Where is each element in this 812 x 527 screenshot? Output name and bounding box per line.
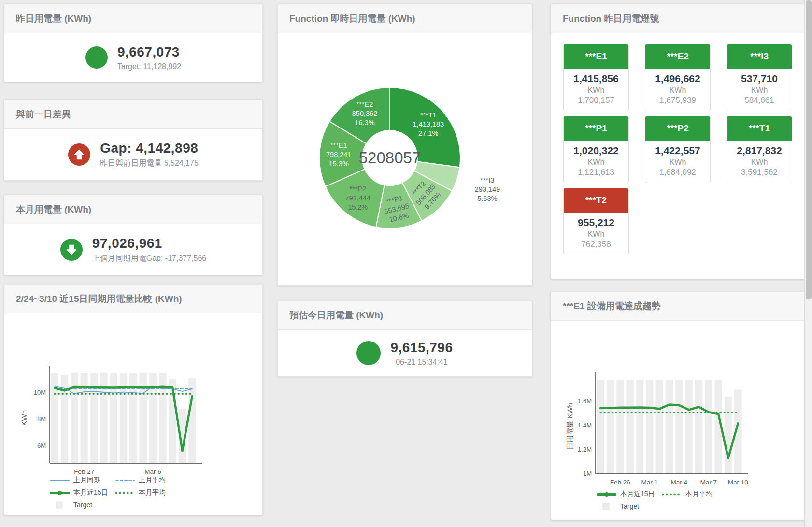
card-yesterday-usage: 昨日用電量 (KWh) 9,667,073 Target: 11,128,992 <box>4 4 263 82</box>
e1-trend-title: ***E1 設備用電達成趨勢 <box>551 292 807 321</box>
tile-target: 762,358 <box>565 240 627 249</box>
tile-target: 1,121,613 <box>565 168 627 177</box>
yesterday-usage-body: 9,667,073 Target: 11,128,992 <box>4 33 262 82</box>
compare-chart-body: 6M8M10MKWhFeb 27Mar 6 上月同期上月平均本月近15日本月平均… <box>4 313 262 515</box>
tile-value: 955,212 <box>565 217 627 228</box>
legend-item-label: 本月近15日 <box>620 490 655 499</box>
card-e1-trend: ***E1 設備用電達成趨勢 1M1.2M1.4M1.6M日用電量 KWhFeb… <box>551 291 808 520</box>
y-tick-label: 10M <box>34 389 46 396</box>
target-bar <box>188 378 196 463</box>
card-month-usage: 本月用電量 (KWh) 97,026,961 上個月同期用電Gap: -17,3… <box>4 195 263 275</box>
x-tick-label: Feb 27 <box>74 468 94 475</box>
e1-trend-body: 1M1.2M1.4M1.6M日用電量 KWhFeb 26Mar 1Mar 4Ma… <box>551 321 807 520</box>
tile-target: 1,700,157 <box>565 96 627 105</box>
legend-item-Target[interactable]: Target <box>50 501 115 509</box>
donut-chart-svg[interactable]: ***T11,413,18327.1%***I3293,1495.63%***T… <box>278 33 532 285</box>
legend-item-上月平均[interactable]: 上月平均 <box>115 476 181 484</box>
svg-text:***E2: ***E2 <box>356 100 373 108</box>
lights-tile-grid: ***E11,415,856KWh1,700,157***E21,496,662… <box>551 33 807 266</box>
target-bar <box>636 380 643 474</box>
target-bar <box>616 380 624 474</box>
legend-item-本月平均[interactable]: 本月平均 <box>115 488 181 497</box>
legend-item-本月平均[interactable]: 本月平均 <box>662 490 727 499</box>
vertical-scrollbar[interactable] <box>804 0 812 527</box>
legend-marker-dashed-icon <box>115 477 135 484</box>
day-gap-body: Gap: 4,142,898 昨日與前日用電量 5,524,175 <box>4 129 262 180</box>
status-tile-P1: ***P11,020,322KWh1,121,613 <box>563 116 629 183</box>
tile-value: 1,020,322 <box>565 145 627 157</box>
tile-unit: KWh <box>565 86 627 95</box>
scrollbar-thumb[interactable] <box>806 0 812 299</box>
svg-text:***T1: ***T1 <box>420 111 437 119</box>
legend-item-label: 本月平均 <box>139 488 166 497</box>
month-usage-value: 97,026,961 <box>92 236 207 251</box>
yesterday-usage-target: Target: 11,128,992 <box>117 62 181 71</box>
tile-value: 537,710 <box>728 73 791 85</box>
target-bar <box>607 380 614 474</box>
tile-unit: KWh <box>646 86 709 95</box>
tile-target: 1,684,092 <box>646 168 709 177</box>
today-estimate-body: 9,615,796 06-21 15:34:41 <box>278 330 532 376</box>
target-bar <box>646 380 653 474</box>
legend-item-本月近15日[interactable]: 本月近15日 <box>597 490 662 499</box>
status-tile-I3: ***I3537,710KWh584,861 <box>727 44 792 111</box>
yesterday-usage-value: 9,667,073 <box>117 44 181 60</box>
x-tick-label: Mar 4 <box>671 479 688 486</box>
compare-chart-legend: 上月同期上月平均本月近15日本月平均Target <box>50 476 181 513</box>
donut-chart-body: ***T11,413,18327.1%***I3293,1495.63%***T… <box>278 33 532 285</box>
svg-text:***I3: ***I3 <box>480 176 494 184</box>
legend-item-label: 本月近15日 <box>73 488 108 497</box>
down-arrow-icon <box>60 239 83 261</box>
x-tick-label: Feb 26 <box>610 479 630 486</box>
tile-target: 1,675,939 <box>646 96 709 105</box>
legend-item-label: 本月平均 <box>685 490 712 499</box>
target-bar <box>666 380 673 474</box>
target-bar <box>627 380 634 474</box>
status-tile-E2: ***E21,496,662KWh1,675,939 <box>645 44 711 111</box>
legend-item-label: Target <box>620 502 639 510</box>
tile-unit: KWh <box>646 158 709 167</box>
legend-item-Target[interactable]: Target <box>597 502 662 510</box>
tile-label: ***T1 <box>727 116 792 141</box>
status-tile-T1: ***T12,817,832KWh3,591,562 <box>727 116 792 183</box>
y-tick-label: 1M <box>583 470 592 477</box>
card-realtime-donut: Function 即時日用電量 (KWh) ***T11,413,18327.1… <box>277 4 532 286</box>
x-tick-label: Mar 7 <box>700 479 717 486</box>
legend-marker-dotted-icon <box>662 491 682 498</box>
x-tick-label: Mar 6 <box>144 468 161 475</box>
today-estimate-value: 9,615,796 <box>390 340 453 356</box>
svg-text:16.3%: 16.3% <box>355 119 374 127</box>
tile-target: 584,861 <box>728 96 791 105</box>
tile-label: ***P2 <box>645 116 710 141</box>
svg-text:798,241: 798,241 <box>326 151 351 158</box>
legend-marker-swatch-icon <box>597 503 616 510</box>
tile-unit: KWh <box>728 158 791 167</box>
tile-label: ***P1 <box>564 116 628 141</box>
tile-target: 3,591,562 <box>728 168 791 177</box>
target-bar <box>695 380 702 474</box>
svg-text:5.63%: 5.63% <box>477 195 497 202</box>
today-estimate-title: 預估今日用電量 (KWh) <box>278 301 532 330</box>
svg-text:791,444: 791,444 <box>345 194 370 202</box>
legend-item-label: 上月平均 <box>139 476 166 484</box>
tile-unit: KWh <box>565 230 627 239</box>
tile-label: ***E1 <box>564 44 628 69</box>
month-usage-body: 97,026,961 上個月同期用電Gap: -17,377,566 <box>4 224 262 275</box>
legend-marker-dotted-icon <box>115 489 135 497</box>
y-tick-label: 1.2M <box>578 446 592 453</box>
legend-item-label: 上月同期 <box>73 476 100 484</box>
card-lights: Function 昨日用電燈號 ***E11,415,856KWh1,700,1… <box>551 4 808 279</box>
legend-marker-thick-icon <box>597 491 616 498</box>
legend-item-上月同期[interactable]: 上月同期 <box>50 476 115 484</box>
month-usage-sub: 上個月同期用電Gap: -17,377,566 <box>92 254 207 264</box>
lights-body: ***E11,415,856KWh1,700,157***E21,496,662… <box>551 33 807 279</box>
svg-text:27.1%: 27.1% <box>418 129 438 137</box>
target-bar <box>725 397 732 474</box>
x-tick-label: Mar 10 <box>728 479 748 486</box>
status-tile-T2: ***T2955,212KWh762,358 <box>563 188 629 255</box>
tile-unit: KWh <box>565 158 627 167</box>
card-compare-chart: 2/24~3/10 近15日同期用電量比較 (KWh) 6M8M10MKWhFe… <box>4 284 263 515</box>
up-arrow-icon <box>68 143 90 166</box>
legend-item-本月近15日[interactable]: 本月近15日 <box>50 488 115 497</box>
lights-title: Function 昨日用電燈號 <box>551 4 807 33</box>
